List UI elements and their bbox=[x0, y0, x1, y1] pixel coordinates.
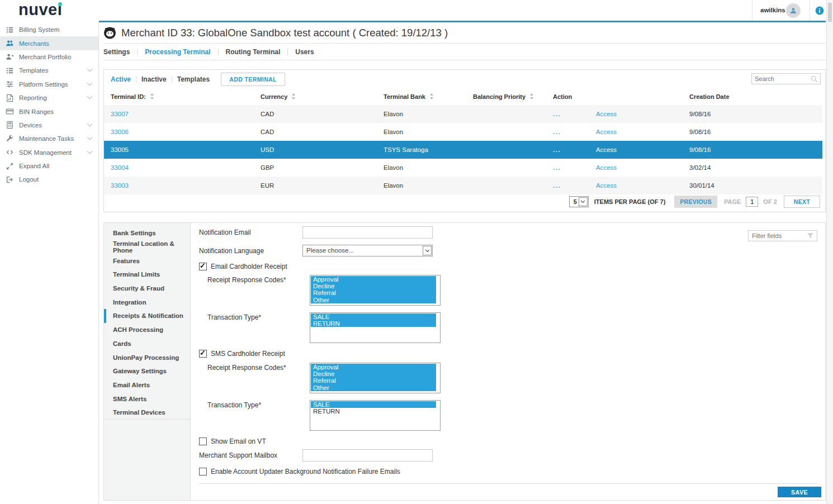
subnav-item-terminal-limits[interactable]: Terminal Limits bbox=[104, 268, 190, 282]
subnav-item-cards[interactable]: Cards bbox=[104, 337, 190, 351]
row-actions-menu[interactable]: ... bbox=[553, 164, 561, 171]
row-actions-menu[interactable]: ... bbox=[553, 182, 561, 189]
tab-settings[interactable]: Settings bbox=[103, 48, 130, 56]
access-link[interactable]: Access bbox=[596, 129, 617, 135]
sidebar-item-billing-system[interactable]: Billing System bbox=[0, 23, 98, 36]
sidebar-item-expand-all[interactable]: Expand All bbox=[0, 159, 98, 173]
tab-users[interactable]: Users bbox=[295, 48, 314, 56]
sidebar-item-platform-settings[interactable]: Platform Settings bbox=[0, 78, 98, 91]
row-actions-menu[interactable]: ... bbox=[553, 129, 561, 135]
listbox-option[interactable]: SALE bbox=[311, 313, 436, 320]
filter-inactive[interactable]: Inactive bbox=[141, 75, 167, 83]
listbox-option[interactable]: Other bbox=[311, 384, 436, 391]
listbox-option[interactable]: Approval bbox=[311, 276, 436, 283]
email-cardholder-receipt-checkbox[interactable] bbox=[199, 263, 207, 270]
terminal-id-link[interactable]: 33007 bbox=[111, 111, 129, 117]
subnav-item-email-alerts[interactable]: Email Alerts bbox=[104, 378, 190, 392]
listbox-option[interactable]: RETURN bbox=[311, 408, 436, 415]
row-actions-menu[interactable]: ... bbox=[553, 111, 561, 117]
sidebar-item-templates[interactable]: Templates bbox=[0, 64, 98, 77]
sidebar-item-reporting[interactable]: Reporting bbox=[0, 91, 98, 104]
sidebar-item-merchant-portfolio[interactable]: Merchant Portfolio bbox=[0, 50, 98, 64]
subnav-item-ach-processing[interactable]: ACH Processing bbox=[104, 323, 190, 337]
sms-response-codes-listbox[interactable]: Approval Decline Referral Other bbox=[310, 363, 441, 393]
row-actions-menu[interactable]: ... bbox=[553, 146, 561, 153]
terminal-id-link[interactable]: 33006 bbox=[111, 129, 129, 135]
page-size-select[interactable]: 5 bbox=[569, 196, 589, 207]
email-transaction-type-listbox[interactable]: SALE RETURN bbox=[310, 312, 441, 343]
listbox-option[interactable]: RETURN bbox=[311, 320, 436, 327]
terminal-id-link[interactable]: 33003 bbox=[111, 182, 129, 189]
filter-templates[interactable]: Templates bbox=[177, 75, 210, 83]
sms-cardholder-receipt-checkbox[interactable] bbox=[199, 350, 207, 358]
search-input[interactable] bbox=[752, 75, 811, 82]
table-row[interactable]: 33004 GBP Elavon ... Access 3/02/14 bbox=[104, 159, 822, 177]
listbox-option[interactable]: Referral bbox=[311, 289, 436, 296]
sidebar-item-devices[interactable]: Devices bbox=[0, 118, 98, 132]
subnav-item-gateway-settings[interactable]: Gateway Settings bbox=[104, 364, 190, 378]
sort-icon[interactable] bbox=[291, 93, 296, 99]
listbox-option[interactable]: Approval bbox=[311, 364, 436, 370]
subnav-item-security-fraud[interactable]: Security & Fraud bbox=[104, 282, 190, 296]
table-row-selected[interactable]: 33005 USD TSYS Saratoga ... Access 9/08/… bbox=[104, 141, 822, 159]
subnav-item-sms-alerts[interactable]: SMS Alerts bbox=[104, 392, 190, 406]
listbox-option[interactable]: Decline bbox=[311, 370, 436, 377]
subnav-item-terminal-devices[interactable]: Terminal Devices bbox=[104, 406, 190, 420]
account-updater-checkbox[interactable] bbox=[199, 468, 207, 476]
access-link[interactable]: Access bbox=[596, 111, 617, 117]
filter-active[interactable]: Active bbox=[111, 75, 131, 83]
page-label: PAGE bbox=[724, 198, 741, 205]
subnav-item-integration[interactable]: Integration bbox=[104, 295, 190, 309]
merchant-support-mailbox-row: Merchant Support Mailbox bbox=[199, 449, 820, 462]
sidebar-item-merchants[interactable]: Merchants bbox=[0, 36, 98, 50]
tab-routing-terminal[interactable]: Routing Terminal bbox=[226, 48, 281, 56]
subnav-item-features[interactable]: Features bbox=[104, 254, 190, 268]
sidebar-item-maintenance-tasks[interactable]: Maintenance Tasks bbox=[0, 132, 98, 145]
page-number-input[interactable] bbox=[746, 197, 758, 207]
access-link[interactable]: Access bbox=[596, 164, 617, 171]
sidebar-item-bin-ranges[interactable]: BIN Ranges bbox=[0, 104, 98, 118]
bank-cell: Elavon bbox=[384, 159, 473, 177]
sidebar-item-logout[interactable]: Logout bbox=[0, 173, 98, 186]
chevron-down-icon bbox=[87, 150, 93, 155]
info-icon[interactable] bbox=[815, 6, 824, 15]
sort-icon[interactable] bbox=[529, 93, 534, 99]
save-button[interactable]: SAVE bbox=[778, 487, 821, 497]
terminal-id-link[interactable]: 33005 bbox=[111, 146, 129, 153]
access-link[interactable]: Access bbox=[596, 146, 617, 153]
table-row[interactable]: 33003 EUR Elavon ... Access 30/01/14 bbox=[104, 177, 822, 194]
notification-email-label: Notification Email bbox=[199, 229, 251, 236]
listbox-option[interactable]: Other bbox=[311, 297, 436, 303]
notification-language-select[interactable]: Please choose... bbox=[302, 245, 433, 256]
add-terminal-button[interactable]: ADD TERMINAL bbox=[221, 73, 285, 86]
access-link[interactable]: Access bbox=[596, 182, 617, 189]
scrollbar-track[interactable] bbox=[826, 0, 833, 504]
sidebar-item-sdk-management[interactable]: SDK Management bbox=[0, 146, 98, 159]
table-row[interactable]: 33007 CAD Elavon ... Access 9/08/16 bbox=[104, 105, 822, 123]
next-button[interactable]: NEXT bbox=[784, 196, 820, 208]
sms-transaction-type-listbox[interactable]: SALE RETURN bbox=[310, 400, 441, 431]
sort-icon[interactable] bbox=[150, 93, 154, 99]
col-action: Action bbox=[553, 93, 572, 100]
merchant-support-mailbox-input[interactable] bbox=[302, 449, 433, 462]
scrollbar-thumb[interactable] bbox=[828, 3, 832, 22]
notification-email-input[interactable] bbox=[302, 226, 433, 239]
user-avatar[interactable] bbox=[786, 3, 801, 18]
logout-icon bbox=[6, 175, 14, 184]
subnav-item-terminal-location-phone[interactable]: Terminal Location & Phone bbox=[104, 240, 190, 254]
subnav-item-receipts-notification[interactable]: Receipts & Notification bbox=[104, 309, 190, 323]
subnav-item-bank-settings[interactable]: Bank Settings bbox=[104, 226, 190, 240]
table-row[interactable]: 33006 CAD Elavon ... Access 9/08/16 bbox=[104, 123, 822, 141]
show-email-on-vt-checkbox[interactable] bbox=[199, 438, 207, 445]
email-response-codes-listbox[interactable]: Approval Decline Referral Other bbox=[310, 275, 441, 306]
listbox-option[interactable]: Decline bbox=[311, 283, 436, 289]
logo-text: nuve bbox=[18, 1, 58, 18]
previous-button[interactable]: PREVIOUS bbox=[674, 196, 717, 208]
terminal-id-link[interactable]: 33004 bbox=[111, 164, 129, 171]
listbox-option[interactable]: Referral bbox=[311, 377, 436, 384]
listbox-option[interactable]: SALE bbox=[311, 401, 436, 408]
nuvei-logo[interactable]: nuveı bbox=[18, 1, 62, 19]
sort-icon[interactable] bbox=[429, 93, 434, 99]
tab-processing-terminal[interactable]: Processing Terminal bbox=[145, 48, 210, 56]
subnav-item-unionpay-processing[interactable]: UnionPay Processing bbox=[104, 350, 190, 364]
